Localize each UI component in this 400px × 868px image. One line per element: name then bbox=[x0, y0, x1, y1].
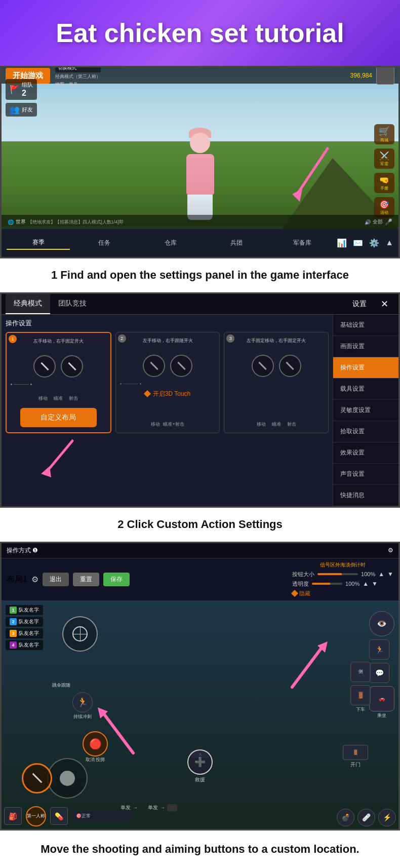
crosshair-button[interactable] bbox=[62, 616, 98, 652]
arrow-up-size[interactable]: ▲ bbox=[378, 571, 384, 578]
mail-icon[interactable]: ✉️ bbox=[353, 238, 363, 248]
team-member-2: 2 队友名字 bbox=[6, 617, 43, 627]
team-name-3: 队友名字 bbox=[19, 630, 39, 637]
menu-item-effects[interactable]: 效果设置 bbox=[333, 442, 398, 464]
character-shape bbox=[175, 128, 225, 229]
shop-icon-btn[interactable]: 🛒 商城 bbox=[374, 124, 394, 144]
menu-item-sound[interactable]: 声音设置 bbox=[333, 464, 398, 485]
grenade-icon-btn[interactable]: 💣 bbox=[337, 809, 354, 826]
settings-close-button[interactable]: ✕ bbox=[375, 298, 394, 310]
open-door-button[interactable]: 🚪 bbox=[343, 745, 368, 760]
cancel-throw-label: 取消 投掷 bbox=[86, 757, 105, 763]
menu-item-basic[interactable]: 基础设置 bbox=[333, 315, 398, 336]
mode-3-badge: 3 bbox=[226, 334, 234, 343]
control-mode-card-2[interactable]: 左手移动，右手跟随开火 2 bbox=[115, 332, 220, 433]
aim-label-1: 瞄准 bbox=[54, 395, 63, 402]
control-mode-card-3[interactable]: 左手固定移动，右手固定开火 3 移动 瞄准 射击 bbox=[224, 332, 329, 433]
arrow-down-opacity[interactable]: ▼ bbox=[372, 580, 378, 587]
controls-area: 操作设置 左手移动，右手固定开火 1 bbox=[2, 315, 333, 506]
bullet-5 bbox=[259, 362, 267, 370]
opacity-slider[interactable] bbox=[312, 583, 342, 585]
joystick-area[interactable] bbox=[47, 758, 88, 799]
up-icon[interactable]: ▲ bbox=[385, 238, 393, 248]
nav-tab-armory[interactable]: 军备库 bbox=[271, 237, 334, 249]
tab-classic-mode[interactable]: 经典模式 bbox=[6, 294, 50, 314]
mode-1-footer: 移动 瞄准 射击 bbox=[38, 395, 78, 402]
menu-item-controls[interactable]: 操作设置 bbox=[333, 357, 398, 379]
size-label: 按钮大小 bbox=[292, 571, 314, 578]
size-slider[interactable] bbox=[317, 573, 358, 575]
team-name-1: 队友名字 bbox=[19, 607, 39, 614]
nav-tab-season[interactable]: 赛季 bbox=[7, 236, 70, 250]
sit-button[interactable]: 🚗 bbox=[369, 686, 394, 711]
tab-team-competition[interactable]: 团队竞技 bbox=[50, 294, 95, 314]
game-top-bar: 开始游戏 切换模式 经典模式（第三人称） 地图：海岛 396,984 bbox=[2, 67, 398, 84]
arrow-up-opacity[interactable]: ▲ bbox=[363, 580, 369, 587]
menu-item-vehicle[interactable]: 载具设置 bbox=[333, 379, 398, 400]
circle-shoot-1 bbox=[61, 355, 83, 378]
reset-button[interactable]: 重置 bbox=[73, 573, 99, 586]
stats-icon[interactable]: 📊 bbox=[337, 238, 347, 248]
nav-tab-guild[interactable]: 兵团 bbox=[205, 237, 268, 249]
run-fast-icon-btn[interactable]: ⚡ bbox=[378, 809, 396, 826]
switch-mode-btn[interactable]: 切换模式 bbox=[55, 66, 101, 72]
aim-scope-button[interactable]: 👁️ bbox=[369, 611, 394, 636]
touch-3d-option[interactable]: 开启3D Touch bbox=[139, 386, 196, 402]
shoot-button[interactable] bbox=[22, 763, 52, 794]
svg-marker-7 bbox=[317, 641, 328, 653]
settings-icon[interactable]: ⚙️ bbox=[369, 238, 379, 248]
nav-tab-task[interactable]: 任务 bbox=[72, 237, 136, 249]
team-name-2: 队友名字 bbox=[19, 618, 39, 625]
game-right-ui: 🛒 商城 ⚔️ 军需 🤜 手册 🎯 活动 bbox=[374, 124, 394, 217]
team-label: 组队 bbox=[22, 81, 33, 89]
exit-vehicle-btn[interactable]: 🚪 bbox=[350, 685, 371, 705]
menu-item-display[interactable]: 画面设置 bbox=[333, 336, 398, 357]
rescue-button[interactable]: ➕ bbox=[187, 749, 213, 775]
control-mode-card-1[interactable]: 左手移动，右手固定开火 1 bbox=[6, 332, 111, 433]
first-person-button[interactable]: 第一人称 bbox=[26, 806, 46, 826]
bandage-icon-btn[interactable]: 🩹 bbox=[357, 809, 375, 826]
cancel-throw-area: 🔴 取消 投掷 bbox=[83, 731, 108, 763]
joystick-dot bbox=[60, 771, 75, 786]
side-btn[interactable]: 侧 bbox=[350, 662, 371, 682]
mode-3-circles bbox=[252, 355, 301, 377]
save-button[interactable]: 保存 bbox=[103, 573, 130, 586]
circle-move-3 bbox=[252, 355, 274, 377]
crosshair-v bbox=[80, 627, 81, 640]
nav-tab-inventory[interactable]: 仓库 bbox=[139, 237, 202, 249]
medkit-icon-btn[interactable]: 💊 bbox=[50, 807, 68, 825]
friends-item: 👥 好友 bbox=[6, 103, 37, 117]
menu-item-pickup[interactable]: 拾取设置 bbox=[333, 421, 398, 442]
exit-button[interactable]: 退出 bbox=[43, 573, 69, 586]
menu-item-sensitivity[interactable]: 灵敏度设置 bbox=[333, 400, 398, 421]
mode-1-label: 左手移动，右手固定开火 bbox=[33, 338, 84, 345]
hide-label[interactable]: 隐藏 bbox=[299, 590, 310, 597]
menu-item-shortcut[interactable]: 快捷消息 bbox=[333, 485, 398, 506]
team-num-4: 4 bbox=[10, 641, 17, 649]
hand-icon-btn[interactable]: 🤜 手册 bbox=[374, 173, 394, 193]
game-mode-label: 经典模式（第三人称） bbox=[55, 73, 101, 80]
mode-2-badge: 2 bbox=[118, 334, 126, 343]
sound-icon: 🔊 bbox=[365, 219, 371, 225]
chat-icon-btn[interactable]: 💬 bbox=[369, 663, 389, 683]
army-icon-btn[interactable]: ⚔️ 军需 bbox=[374, 148, 394, 169]
inventory-icon-btn[interactable]: 🎒 bbox=[4, 807, 22, 825]
fire-mode-icon bbox=[167, 804, 177, 811]
bullet-1 bbox=[41, 362, 49, 370]
world-icon: 🌐 bbox=[8, 219, 14, 225]
right-center-actions: 侧 🚪 下车 bbox=[350, 662, 371, 713]
gear-icon-toolbar[interactable]: ⚙ bbox=[31, 575, 38, 584]
gear-icon-top[interactable]: ⚙ bbox=[388, 547, 393, 554]
mode-1-dots bbox=[11, 383, 106, 386]
friends-label: 好友 bbox=[22, 106, 33, 114]
svg-line-6 bbox=[292, 647, 323, 687]
rush-icon[interactable]: 🏃 bbox=[72, 692, 93, 712]
page-title: Eat chicken set tutorial bbox=[56, 18, 344, 48]
custom-layout-button[interactable]: 自定义布局 bbox=[20, 408, 97, 427]
team-member-3: 3 队友名字 bbox=[6, 628, 43, 638]
char-head bbox=[190, 133, 210, 153]
arrow-down-size[interactable]: ▼ bbox=[387, 571, 393, 578]
crosshair-inner bbox=[72, 626, 88, 641]
cancel-throw-button[interactable]: 🔴 bbox=[83, 731, 108, 757]
run-icon-btn[interactable]: 🏃 bbox=[369, 639, 389, 660]
